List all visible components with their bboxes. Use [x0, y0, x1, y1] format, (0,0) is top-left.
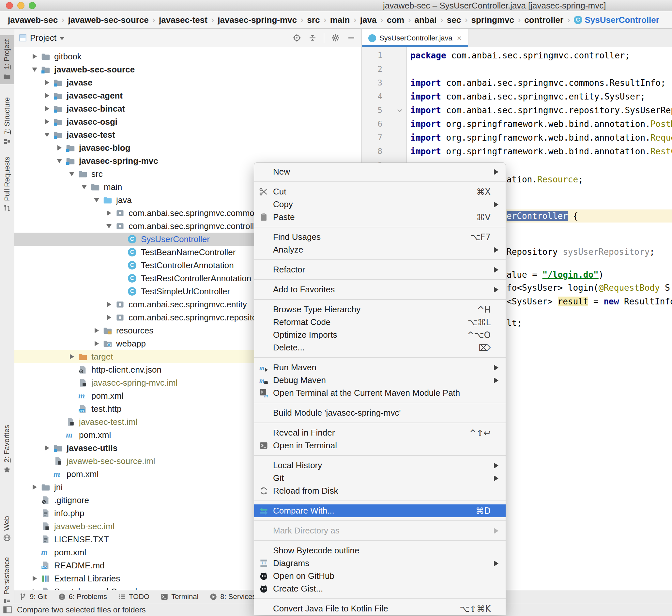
menu-item-browse-type-hierarchy[interactable]: Browse Type Hierarchy^H [254, 303, 506, 316]
chevron-collapsed-icon[interactable] [40, 106, 53, 111]
chevron-expanded-icon[interactable] [90, 198, 103, 202]
menu-item-open-terminal-at-the-current-maven-modul[interactable]: mOpen Terminal at the Current Maven Modu… [254, 387, 506, 399]
window-switcher-icon[interactable] [3, 606, 12, 613]
menu-item-local-history[interactable]: Local History [254, 459, 506, 472]
chevron-down-icon[interactable] [60, 37, 64, 40]
zoom-window-button[interactable] [29, 2, 36, 9]
menu-item-create-gist[interactable]: Create Gist... [254, 582, 506, 595]
bottom-tool-button-terminal[interactable]: Terminal [160, 593, 198, 601]
chevron-collapsed-icon[interactable] [40, 445, 53, 451]
tool-window-button-persistence[interactable]: Persistence [0, 559, 14, 604]
tool-window-button-7-structure[interactable]: 7: Structure [0, 95, 14, 147]
tree-row-javasec-bincat[interactable]: javasec-bincat [14, 102, 361, 115]
menu-item-open-on-github[interactable]: Open on GitHub [254, 570, 506, 582]
menu-item-build-module-javasec-spring-mvc[interactable]: Build Module 'javasec-spring-mvc' [254, 407, 506, 419]
menu-item-find-usages[interactable]: Find Usages⌥F7 [254, 231, 506, 243]
tree-row-javasec-osgi[interactable]: javasec-osgi [14, 115, 361, 128]
menu-item-label: Show Bytecode outline [273, 546, 359, 556]
breadcrumb-item-com[interactable]: com [387, 15, 404, 25]
menu-item-analyze[interactable]: Analyze [254, 243, 506, 256]
fold-marker-icon[interactable] [396, 107, 403, 114]
menu-item-diagrams[interactable]: Diagrams [254, 557, 506, 570]
menu-item-debug-maven[interactable]: mDebug Maven [254, 374, 506, 387]
panel-title[interactable]: Project [30, 33, 56, 43]
menu-item-reformat-code[interactable]: Reformat Code⌥⌘L [254, 316, 506, 329]
breadcrumb-item-javasec-spring-mvc[interactable]: javasec-spring-mvc [218, 15, 297, 25]
chevron-collapsed-icon[interactable] [102, 210, 115, 216]
hide-panel-icon[interactable] [347, 34, 356, 42]
chevron-expanded-icon[interactable] [40, 133, 53, 137]
chevron-collapsed-icon[interactable] [28, 485, 41, 490]
menu-item-open-in-terminal[interactable]: Open in Terminal [254, 439, 506, 452]
bottom-tool-button-9-git[interactable]: 9: Git [19, 593, 47, 601]
breadcrumb-item-javasec-test[interactable]: javasec-test [159, 15, 207, 25]
chevron-collapsed-icon[interactable] [53, 145, 66, 150]
breadcrumb-item-sec[interactable]: sec [447, 15, 461, 25]
tool-window-button-2-favorites[interactable]: 2: Favorites [0, 420, 14, 479]
chevron-collapsed-icon[interactable] [28, 576, 41, 581]
collapse-all-icon[interactable] [308, 34, 317, 42]
breadcrumb-item-javaweb-sec[interactable]: javaweb-sec [8, 15, 58, 25]
tool-window-button-pull-requests[interactable]: Pull Requests [0, 151, 14, 218]
menu-item-show-bytecode-outline[interactable]: Show Bytecode outline [254, 544, 506, 557]
tab-sysusercontroller[interactable]: SysUserController.java × [362, 29, 468, 47]
tool-window-button-1-project[interactable]: 1: Project [0, 35, 14, 84]
tree-label: javasec-blog [79, 143, 130, 153]
menu-item-paste[interactable]: Paste⌘V [254, 211, 506, 223]
chevron-expanded-icon[interactable] [28, 68, 41, 72]
menu-item-mark-directory-as[interactable]: Mark Directory as [254, 524, 506, 537]
bottom-tool-button-6-problems[interactable]: 6: Problems [58, 593, 107, 601]
chevron-collapsed-icon[interactable] [90, 328, 103, 333]
chevron-collapsed-icon[interactable] [40, 93, 53, 98]
chevron-collapsed-icon[interactable] [40, 119, 53, 124]
chevron-collapsed-icon[interactable] [28, 54, 41, 59]
code-line: import com.anbai.sec.springmvc.commons.R… [407, 76, 672, 90]
menu-item-new[interactable]: New [254, 165, 506, 178]
bottom-tool-button-8-services[interactable]: 8: Services [209, 593, 256, 601]
breadcrumb-item-springmvc[interactable]: springmvc [471, 15, 514, 25]
chevron-expanded-icon[interactable] [65, 172, 78, 176]
menu-item-compare-with[interactable]: Compare With...⌘D [254, 504, 506, 517]
chevron-expanded-icon[interactable] [102, 224, 115, 228]
breadcrumb-item-java[interactable]: java [360, 15, 377, 25]
chevron-collapsed-icon[interactable] [40, 80, 53, 85]
code-line: import com.anbai.sec.springmvc.repositor… [407, 103, 672, 117]
java-folder-icon [103, 195, 116, 205]
chevron-collapsed-icon[interactable] [102, 302, 115, 307]
menu-item-refactor[interactable]: Refactor [254, 263, 506, 276]
tree-row-javaweb-sec-source[interactable]: javaweb-sec-source [14, 63, 361, 76]
close-icon[interactable]: × [457, 34, 462, 43]
tree-row-javasec-blog[interactable]: javasec-blog [14, 141, 361, 154]
menu-item-copy[interactable]: Copy [254, 198, 506, 211]
menu-item-reload-from-disk[interactable]: Reload from Disk [254, 485, 506, 497]
breadcrumb-item-javaweb-sec-source[interactable]: javaweb-sec-source [68, 15, 149, 25]
menu-item-add-to-favorites[interactable]: Add to Favorites [254, 283, 506, 296]
chevron-collapsed-icon[interactable] [90, 341, 103, 346]
menu-item-git[interactable]: Git [254, 472, 506, 485]
locate-icon[interactable] [293, 34, 301, 42]
tool-window-button-web[interactable]: Web [0, 513, 14, 545]
breadcrumb-item-anbai[interactable]: anbai [414, 15, 436, 25]
menu-item-reveal-in-finder[interactable]: Reveal in Finder^⇧↩ [254, 426, 506, 439]
chevron-collapsed-icon[interactable] [65, 354, 78, 359]
settings-icon[interactable] [331, 34, 340, 42]
tree-row-javase[interactable]: javase [14, 76, 361, 89]
menu-item-convert-java-file-to-kotlin-file[interactable]: Convert Java File to Kotlin File⌥⇧⌘K [254, 602, 506, 615]
close-window-button[interactable] [6, 2, 13, 9]
breadcrumb-item-sysusercontroller[interactable]: CSysUserController [574, 15, 659, 25]
menu-item-cut[interactable]: Cut⌘X [254, 185, 506, 198]
chevron-expanded-icon[interactable] [53, 159, 66, 163]
minimize-window-button[interactable] [17, 2, 24, 9]
chevron-collapsed-icon[interactable] [102, 315, 115, 320]
tree-row-gitbook[interactable]: gitbook [14, 50, 361, 63]
tree-row-javasec-agent[interactable]: javasec-agent [14, 89, 361, 102]
bottom-tool-button-todo[interactable]: TODO [118, 593, 149, 601]
breadcrumb-item-src[interactable]: src [307, 15, 320, 25]
breadcrumb-item-main[interactable]: main [330, 15, 350, 25]
menu-item-run-maven[interactable]: mRun Maven [254, 361, 506, 374]
chevron-expanded-icon[interactable] [78, 185, 91, 189]
tree-row-javasec-test[interactable]: javasec-test [14, 128, 361, 141]
menu-item-delete[interactable]: Delete...⌦ [254, 341, 506, 354]
menu-item-optimize-imports[interactable]: Optimize Imports^⌥O [254, 329, 506, 341]
breadcrumb-item-controller[interactable]: controller [524, 15, 563, 25]
